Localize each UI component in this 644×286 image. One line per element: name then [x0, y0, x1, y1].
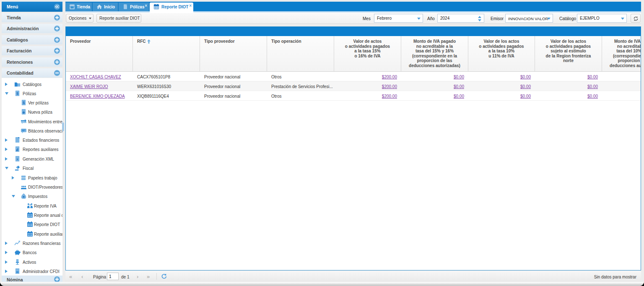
svg-text:$: $: [23, 101, 25, 105]
svg-text:$: $: [16, 91, 18, 96]
svg-text:x: x: [17, 158, 18, 161]
